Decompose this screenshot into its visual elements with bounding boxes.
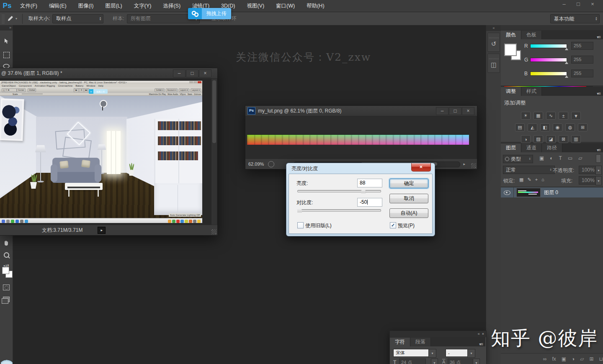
screen-mode-button[interactable] [0,294,13,305]
scroll-right-arrow-icon[interactable]: ▸ [463,162,465,166]
dock-collapse-icon[interactable]: « [486,25,501,31]
leading-caret-icon[interactable]: ▾ [473,359,480,364]
ok-button[interactable]: 确定 [389,179,428,188]
black-white-icon[interactable]: ◧ [540,123,550,131]
font-family-caret-icon[interactable]: ▾ [428,349,436,358]
tab-swatches[interactable]: 色板 [521,31,542,39]
room-vertical-scrollbar[interactable] [211,79,217,225]
preview-checkbox[interactable]: ✓ [390,222,396,228]
foreground-color-swatch[interactable] [2,267,9,274]
room-title-bar[interactable]: @ 37.6% (图层 1, RGB/8) * – □ × [0,68,217,79]
layer-effects-icon[interactable]: fx [552,356,556,362]
new-layer-icon[interactable]: ⊞ [590,356,594,362]
contrast-field[interactable]: -50 [357,198,382,207]
layer-mask-icon[interactable]: ▣ [562,356,566,362]
menu-item-3[interactable]: 图像(I) [72,0,100,12]
hand-tool[interactable] [0,238,13,249]
eyedropper-icon[interactable] [6,15,14,23]
color-panel-menu-icon[interactable]: ▾≡ [597,35,603,39]
tab-paths[interactable]: 路径 [542,144,562,152]
close-button[interactable]: × [585,0,600,9]
brightness-slider[interactable] [297,190,381,192]
leading-field[interactable]: 36 点 [448,359,474,364]
tab-color[interactable]: 颜色 [501,31,521,39]
menu-item-2[interactable]: 编辑(E) [43,0,72,12]
lock-pixels-icon[interactable]: ✎ [527,177,531,182]
preview-label[interactable]: 预览(P) [398,222,415,229]
upload-badge[interactable]: 拖拽上传 [188,8,231,19]
menu-item-10[interactable]: 窗口(W) [270,0,301,12]
tools-collapse-icon[interactable]: » [0,25,13,31]
layer-filter-dropdown[interactable]: 类型 ⇕ [503,155,533,163]
filter-smart-object-icon[interactable]: ▱ [578,155,582,161]
font-style-field[interactable]: - [446,349,469,357]
move-tool[interactable] [0,36,13,47]
invert-icon[interactable]: ◑ [521,135,531,143]
lock-all-icon[interactable]: ⌂ [541,177,544,182]
red-value[interactable]: 255 [571,42,593,50]
link-layers-icon[interactable]: ∞ [543,356,547,362]
fill-caret-icon[interactable]: ▾ [595,176,602,185]
menu-item-5[interactable]: 文字(Y) [128,0,157,12]
font-family-field[interactable]: 宋体 [393,349,430,357]
font-style-caret-icon[interactable]: ▾ [467,349,475,358]
layer-group-icon[interactable]: ▱ [580,356,584,362]
lock-transparency-icon[interactable]: ▦ [519,177,523,182]
layer-row[interactable]: 图层 0 [501,187,603,198]
char-collapse-icon[interactable]: « [478,332,480,336]
tab-paragraph[interactable]: 段落 [410,338,431,346]
vibrance-icon[interactable]: ▼ [571,112,581,120]
delete-layer-icon[interactable]: ⊔ [599,356,603,362]
layers-panel-menu-icon[interactable]: ▾≡ [597,148,603,152]
gradient-map-icon[interactable]: ▥ [571,135,581,143]
brightness-field[interactable]: 88 [357,179,382,187]
room-close-button[interactable]: × [199,69,211,77]
lut-maximize-button[interactable]: □ [449,107,461,115]
legacy-checkbox[interactable] [297,222,304,228]
brightness-slider-thumb[interactable] [361,189,366,193]
blue-value[interactable]: 255 [571,69,593,77]
green-slider[interactable] [530,58,567,62]
red-slider[interactable] [530,44,567,48]
history-panel-button[interactable]: ↺ [487,33,500,52]
photo-filter-icon[interactable]: ◉ [553,123,562,131]
auto-button[interactable]: 自动(A) [389,208,428,218]
sample-size-dropdown[interactable]: 取样点▲▼ [52,14,103,23]
lut-resize-grip[interactable] [471,163,476,168]
blue-slider[interactable] [530,72,567,76]
menu-item-9[interactable]: 视图(V) [241,0,270,12]
status-menu-arrow-icon[interactable]: ▸ [98,227,106,234]
lut-minimize-button[interactable]: – [436,107,448,115]
tab-layers[interactable]: 图层 [501,144,521,152]
font-size-field[interactable]: 24 点 [399,359,426,364]
filter-type-icon[interactable]: T [559,155,562,161]
selective-color-icon[interactable]: ⊠ [559,135,568,143]
restore-button[interactable]: □ [571,0,585,9]
filter-adjustment-icon[interactable]: ◐ [550,155,553,161]
legacy-label[interactable]: 使用旧版(L) [305,222,332,229]
filter-pixel-icon[interactable]: ▣ [539,155,544,161]
properties-panel-button[interactable]: ◫ [487,54,500,73]
exposure-icon[interactable]: ± [559,112,568,120]
filter-toggle-switch[interactable] [596,154,601,163]
blend-mode-dropdown[interactable]: 正常⇕ [503,166,555,174]
color-lookup-icon[interactable]: ⊞ [578,123,588,131]
posterize-icon[interactable]: ▨ [533,135,543,143]
zoom-tool[interactable] [0,249,13,260]
layer-visibility-eye-icon[interactable] [504,190,510,195]
curves-icon[interactable]: ∿ [546,112,556,120]
workspace-dropdown[interactable]: 基本功能▲▼ [550,14,600,23]
font-size-caret-icon[interactable]: ▾ [431,359,438,364]
layer-name[interactable]: 图层 0 [544,189,558,196]
adjustments-panel-menu-icon[interactable]: ▾≡ [597,91,603,96]
tool-preset-caret-icon[interactable]: ▾ [15,17,17,21]
tab-channels[interactable]: 通道 [521,144,542,152]
channel-mixer-icon[interactable]: ◍ [565,123,575,131]
tab-adjustments[interactable]: 调整 [501,87,521,96]
contrast-slider[interactable] [297,209,381,212]
lock-position-icon[interactable]: + [535,177,538,182]
threshold-icon[interactable]: ◪ [546,135,556,143]
menu-item-11[interactable]: 帮助(H) [301,0,330,12]
room-maximize-button[interactable]: □ [186,69,198,77]
dialog-close-button[interactable]: × [411,163,431,172]
